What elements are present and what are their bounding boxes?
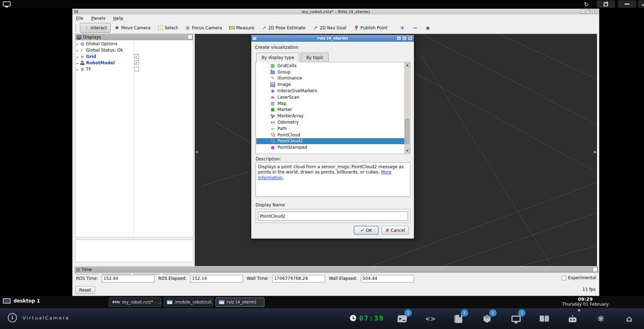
- list-item[interactable]: Group: [256, 69, 404, 75]
- menu-help[interactable]: Help: [113, 16, 123, 21]
- dock-journal[interactable]: 1: [453, 313, 465, 324]
- tree-row-label: Global Options: [86, 41, 117, 46]
- list-item-selected[interactable]: PointCloud2: [256, 138, 404, 145]
- list-item[interactable]: Illuminance: [256, 75, 404, 82]
- virtual-camera-item[interactable]: i VirtualCamera: [8, 313, 70, 322]
- ros-elapsed-value[interactable]: 152.14: [190, 275, 243, 282]
- list-item[interactable]: Path: [256, 125, 404, 132]
- tab-by-topic[interactable]: By topic: [301, 53, 329, 62]
- open-external-button[interactable]: [597, 0, 615, 8]
- ok-button[interactable]: OK: [354, 226, 379, 235]
- list-item[interactable]: LaserScan: [256, 94, 404, 100]
- reset-button[interactable]: Reset: [75, 286, 95, 294]
- grid-enabled-checkbox[interactable]: [134, 54, 139, 59]
- dock-cube[interactable]: 1: [481, 313, 493, 324]
- wall-time-value[interactable]: 1706779768.29: [272, 275, 325, 282]
- hand-icon: [83, 25, 89, 31]
- close-button[interactable]: ✕: [592, 10, 597, 14]
- scroll-up-icon[interactable]: ▲: [405, 63, 410, 67]
- dialog-maximize-button[interactable]: ▫: [402, 36, 407, 41]
- list-scrollbar[interactable]: ▲ ▼: [404, 63, 410, 153]
- robotmodel-enabled-checkbox[interactable]: [134, 60, 139, 65]
- dock-home[interactable]: [623, 313, 635, 324]
- add-tool-button[interactable]: [396, 23, 409, 33]
- taskbar-clock[interactable]: 09:29 Thursday 01 February: [546, 296, 624, 307]
- tool-interact[interactable]: Interact: [80, 23, 111, 33]
- expand-caret-icon[interactable]: [77, 60, 78, 65]
- dock-book[interactable]: [538, 313, 550, 324]
- dock-code[interactable]: <>: [425, 313, 437, 324]
- panel-float-box[interactable]: [188, 35, 192, 39]
- expand-caret-icon[interactable]: [77, 54, 78, 59]
- expand-caret-icon[interactable]: [77, 67, 78, 72]
- minimize-session-button[interactable]: [618, 0, 636, 8]
- tree-row-robotmodel[interactable]: RobotModel: [76, 60, 193, 66]
- menu-file[interactable]: File: [76, 16, 83, 21]
- expand-caret-icon[interactable]: [77, 48, 78, 53]
- tool-label: Move Camera: [121, 25, 151, 30]
- restore-button[interactable]: ❐: [586, 10, 591, 14]
- tf-enabled-checkbox[interactable]: [134, 67, 139, 71]
- time-panel-header[interactable]: Time: [75, 266, 598, 273]
- task-mobile-robot[interactable]: /mobile_robot/col...: [164, 298, 213, 307]
- list-item[interactable]: Map: [256, 100, 404, 107]
- displays-panel-header[interactable]: Displays: [75, 34, 193, 40]
- menu-panels[interactable]: Panels: [91, 16, 105, 21]
- ros-elapsed-label: ROS Elapsed:: [158, 276, 187, 281]
- tree-row-grid[interactable]: Grid: [76, 53, 193, 60]
- dock-openai[interactable]: [595, 313, 607, 324]
- tool-2d-nav-goal[interactable]: 2D Nav Goal: [309, 23, 350, 33]
- panel-float-box[interactable]: [593, 267, 597, 272]
- ros-time-value[interactable]: 152.40: [102, 275, 155, 282]
- desktop-pager[interactable]: desktop 1: [3, 298, 40, 304]
- wall-elapsed-value[interactable]: 504.44: [361, 275, 414, 282]
- display-name-input[interactable]: [258, 212, 408, 221]
- remove-tool-button[interactable]: [409, 23, 421, 33]
- tool-select[interactable]: Select: [154, 23, 181, 33]
- rviz-titlebar[interactable]: my_robot.rviz* - RViz (4_xterm) — ❐ ✕: [72, 9, 599, 14]
- list-item[interactable]: Marker: [256, 107, 404, 113]
- plus-icon: [399, 25, 405, 31]
- list-item-label: MarkerArray: [277, 113, 304, 118]
- tab-by-display-type[interactable]: By display type: [256, 53, 299, 62]
- experimental-toggle[interactable]: Experimental: [562, 275, 596, 280]
- toolbar-grip[interactable]: [75, 24, 77, 32]
- collapse-right-panel-arrow[interactable]: ▶: [594, 150, 597, 154]
- tool-move-camera[interactable]: Move Camera: [111, 23, 154, 33]
- tool-2d-pose-estimate[interactable]: 2D Pose Estimate: [258, 23, 309, 33]
- tree-row-global-options[interactable]: Global Options: [76, 41, 193, 47]
- dock-terminal[interactable]: 1: [396, 313, 408, 324]
- collapse-left-panel-arrow[interactable]: ◀: [195, 150, 198, 154]
- marker-icon: [270, 107, 275, 112]
- record-button[interactable]: [421, 23, 434, 33]
- minimize-button[interactable]: —: [580, 10, 585, 14]
- tool-publish-point[interactable]: Publish Point: [350, 23, 391, 33]
- scroll-down-icon[interactable]: ▼: [405, 148, 410, 153]
- list-item[interactable]: PointStamped: [256, 144, 404, 151]
- refresh-icon[interactable]: ↻: [582, 1, 591, 8]
- list-item[interactable]: GridCells: [256, 63, 404, 69]
- tool-measure[interactable]: Measure: [226, 23, 258, 33]
- dialog-minimize-button[interactable]: –: [397, 36, 401, 41]
- list-item[interactable]: InteractiveMarkers: [256, 88, 404, 94]
- scroll-thumb[interactable]: [405, 119, 409, 144]
- folder-icon: [270, 71, 275, 74]
- task-rviz-main[interactable]: RViz my_robot.rviz* - ...: [109, 298, 161, 307]
- cancel-button[interactable]: Cancel: [381, 226, 409, 235]
- list-item[interactable]: Image: [256, 81, 404, 88]
- tree-row-global-status[interactable]: Global Status: Ok: [76, 47, 193, 53]
- dock-robot[interactable]: [567, 313, 579, 324]
- dialog-titlebar[interactable]: rviz (4_xterm) – ▫ ✕: [251, 35, 414, 42]
- list-item[interactable]: MarkerArray: [256, 113, 404, 119]
- tool-focus-camera[interactable]: Focus Camera: [181, 23, 226, 33]
- display-icon[interactable]: [3, 1, 11, 6]
- list-item[interactable]: PointCloud: [256, 132, 404, 138]
- collapse-session-button[interactable]: ↙: [638, 0, 644, 8]
- experimental-checkbox[interactable]: [562, 276, 566, 280]
- dock-monitor[interactable]: 1: [510, 313, 522, 324]
- tree-row-tf[interactable]: TF: [76, 66, 193, 72]
- list-item[interactable]: Odometry: [256, 119, 404, 125]
- dialog-close-button[interactable]: ✕: [408, 36, 412, 41]
- expand-caret-icon[interactable]: [77, 41, 78, 46]
- task-rviz-xterm[interactable]: rviz (4_xterm): [216, 298, 264, 307]
